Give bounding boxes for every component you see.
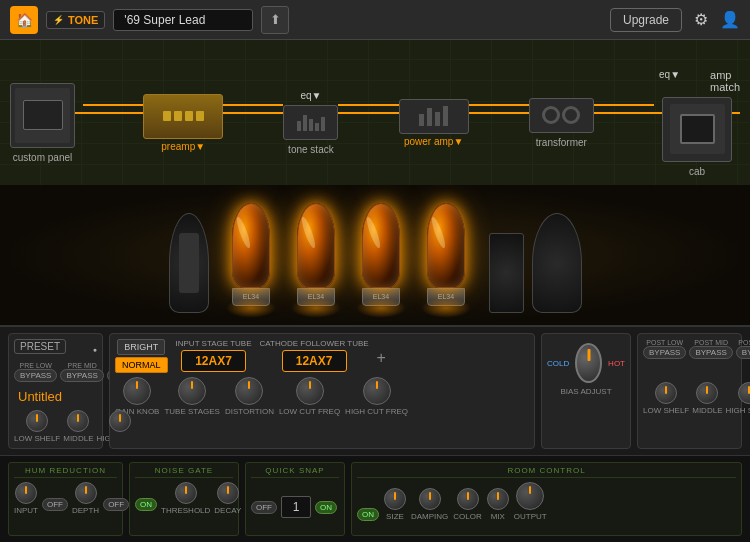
- hum-off-toggle[interactable]: OFF: [42, 498, 68, 511]
- preset-dot: ●: [93, 346, 97, 353]
- tube-knobs-row: GAIN KNOB TUBE STAGES DISTORTION LOW CUT…: [115, 377, 529, 416]
- snap-off-toggle[interactable]: OFF: [251, 501, 277, 514]
- noise-gate-title: NOISE GATE: [135, 466, 233, 478]
- input-knob-group: INPUT: [14, 482, 38, 515]
- input-tube-display[interactable]: 12AX7: [181, 350, 246, 372]
- depth-knob[interactable]: [75, 482, 97, 504]
- room-on-toggle[interactable]: ON: [357, 508, 379, 521]
- post-eq-knobs-row: LOW SHELF MIDDLE HIGH SHELF: [643, 382, 736, 415]
- preset-name-display[interactable]: '69 Super Lead: [113, 9, 253, 31]
- tube-1-glow: [226, 298, 276, 318]
- pre-low-bypass[interactable]: BYPASS: [14, 369, 57, 382]
- tube-stage-panel: BRIGHT NORMAL INPUT STAGE TUBE 12AX7 CAT…: [109, 333, 535, 449]
- decay-knob-group: DECAY: [214, 482, 241, 515]
- tube-1-glass: [232, 203, 270, 288]
- noise-on-toggle[interactable]: ON: [135, 498, 157, 511]
- preamp-dropdown[interactable]: preamp▼: [161, 141, 205, 152]
- post-high-shelf-knob[interactable]: [738, 382, 750, 404]
- controls-section: PRESET ● PRE LOW BYPASS PRE MID BYPASS P…: [0, 325, 750, 455]
- post-high-bypass[interactable]: BYPASS: [736, 346, 750, 359]
- tube-1: EL34: [229, 203, 274, 313]
- hum-reduction-controls: INPUT OFF DEPTH OFF: [14, 482, 117, 515]
- post-eq-panel: POST LOW BYPASS POST MID BYPASS POST HIG…: [637, 333, 742, 449]
- right-components: [489, 213, 582, 313]
- brand-logo: ⚡ TONE: [46, 11, 105, 29]
- output-knob[interactable]: [516, 482, 544, 510]
- cathode-tube-group: CATHODE FOLLOWER TUBE 12AX7: [260, 339, 369, 372]
- eq-indicator-2[interactable]: eq▼: [659, 69, 680, 93]
- hum-reduction-title: HUM REDUCTION: [14, 466, 117, 478]
- chain-connector-5: [594, 104, 654, 106]
- damping-knob[interactable]: [419, 488, 441, 510]
- tube-controls-top: BRIGHT NORMAL INPUT STAGE TUBE 12AX7 CAT…: [115, 339, 529, 373]
- snap-on-group: ON: [315, 501, 337, 514]
- chain-connector-1: [83, 104, 143, 106]
- chain-label-transformer: transformer: [536, 137, 587, 148]
- size-knob[interactable]: [384, 488, 406, 510]
- preset-title: PRESET: [14, 339, 66, 354]
- color-knob-group: COLOR: [453, 488, 481, 521]
- post-low-shelf-knob[interactable]: [655, 382, 677, 404]
- post-low-bypass[interactable]: BYPASS: [643, 346, 686, 359]
- low-shelf-knob-group: LOW SHELF: [14, 410, 60, 443]
- gain-knob[interactable]: [123, 377, 151, 405]
- pre-mid-bypass[interactable]: BYPASS: [60, 369, 103, 382]
- cathode-tube-display[interactable]: 12AX7: [282, 350, 347, 372]
- distortion-knob[interactable]: [235, 377, 263, 405]
- upgrade-button[interactable]: Upgrade: [610, 8, 682, 32]
- eq-indicator-1[interactable]: eq▼: [300, 90, 321, 101]
- add-tube-button[interactable]: +: [377, 349, 386, 367]
- settings-button[interactable]: ⚙: [694, 10, 708, 29]
- mix-knob[interactable]: [487, 488, 509, 510]
- snap-on-toggle[interactable]: ON: [315, 501, 337, 514]
- home-button[interactable]: 🏠: [10, 6, 38, 34]
- amp-match-label[interactable]: amp match: [710, 69, 740, 93]
- hum-input-knob[interactable]: [15, 482, 37, 504]
- tube-3: EL34: [359, 203, 404, 313]
- tubes-section: EL34 EL34 EL34 EL34: [0, 185, 750, 325]
- top-bar-right: Upgrade ⚙ 👤: [610, 8, 740, 32]
- pre-eq-bypass-row: PRE LOW BYPASS PRE MID BYPASS PRE HIGH B…: [14, 362, 97, 382]
- color-knob[interactable]: [457, 488, 479, 510]
- chain-label-cab: cab: [689, 166, 705, 177]
- threshold-knob-group: THRESHOLD: [161, 482, 210, 515]
- threshold-knob[interactable]: [175, 482, 197, 504]
- depth-off-toggle[interactable]: OFF: [103, 498, 129, 511]
- middle-knob[interactable]: [67, 410, 89, 432]
- depth-knob-group: DEPTH: [72, 482, 99, 515]
- tube-stages-knob[interactable]: [178, 377, 206, 405]
- quick-snap-controls: OFF 1 ON: [251, 482, 339, 532]
- post-middle-knob[interactable]: [696, 382, 718, 404]
- low-cut-freq-knob[interactable]: [296, 377, 324, 405]
- preset-name-display: Untitled: [18, 389, 97, 404]
- tube-3-glass: [362, 203, 400, 288]
- quick-snap-section: QUICK SNAP OFF 1 ON: [245, 462, 345, 536]
- bias-meter: COLD HOT: [547, 343, 625, 383]
- post-low-shelf-group: LOW SHELF: [643, 382, 689, 415]
- post-middle-group: MIDDLE: [692, 382, 722, 415]
- high-cut-freq-knob[interactable]: [363, 377, 391, 405]
- cathode-tube-label: CATHODE FOLLOWER TUBE: [260, 339, 369, 348]
- poweramp-dropdown[interactable]: power amp▼: [404, 136, 463, 147]
- save-button[interactable]: ⬆: [261, 6, 289, 34]
- signal-chain: custom panel preamp▼ eq▼: [0, 40, 750, 185]
- tube-stages-knob-group: TUBE STAGES: [164, 377, 219, 416]
- post-eq-bypass-row: POST LOW BYPASS POST MID BYPASS POST HIG…: [643, 339, 736, 359]
- low-shelf-knob[interactable]: [26, 410, 48, 432]
- bottom-bar: HUM REDUCTION INPUT OFF DEPTH OFF NOISE …: [0, 455, 750, 542]
- normal-switch[interactable]: NORMAL: [115, 357, 168, 373]
- damping-knob-group: DAMPING: [411, 488, 448, 521]
- post-eq-spacer: [643, 362, 736, 382]
- chain-label-custom: custom panel: [13, 152, 72, 163]
- bias-cold-label: COLD: [547, 359, 569, 368]
- hum-off-toggle-group: OFF: [42, 498, 68, 515]
- decay-knob[interactable]: [217, 482, 239, 504]
- noise-on-group: ON: [135, 498, 157, 515]
- bias-adjust-label: BIAS ADJUST: [547, 387, 625, 396]
- post-mid-bypass[interactable]: BYPASS: [689, 346, 732, 359]
- tube-4-glow: [421, 298, 471, 318]
- top-bar: 🏠 ⚡ TONE '69 Super Lead ⬆ Upgrade ⚙ 👤: [0, 0, 750, 40]
- bias-knob[interactable]: [575, 343, 602, 383]
- bright-switch[interactable]: BRIGHT: [117, 339, 165, 355]
- user-button[interactable]: 👤: [720, 10, 740, 29]
